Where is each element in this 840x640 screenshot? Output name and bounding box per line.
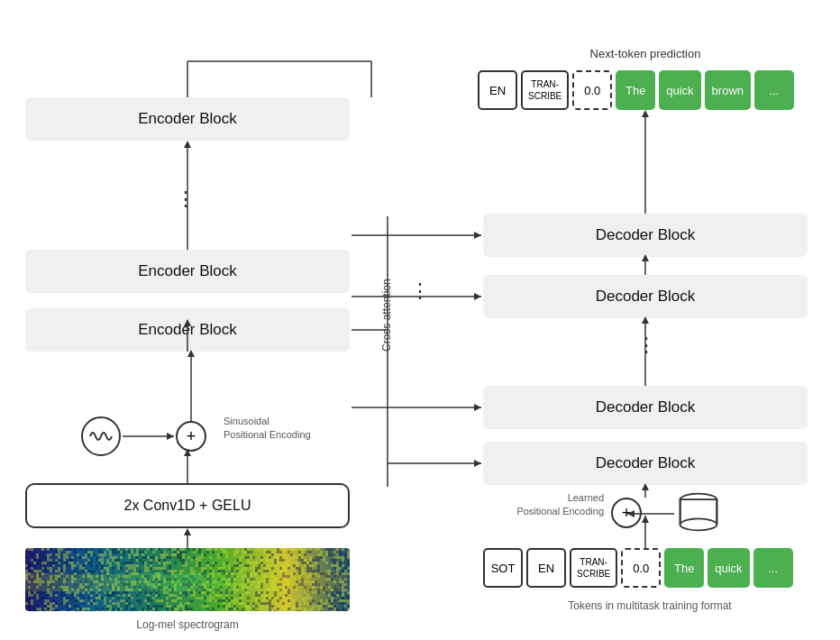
decoder-block-2: Decoder Block [483, 275, 808, 318]
out-token-transcribe: TRAN-SCRIBE [521, 70, 569, 110]
decoder-block-3: Decoder Block [483, 386, 808, 429]
learned-plus-circle: + [611, 498, 642, 528]
tokens-label: Tokens in multitask training format [483, 599, 817, 612]
out-token-quick: quick [659, 70, 700, 110]
in-token-en: EN [526, 548, 566, 588]
in-token-transcribe: TRAN-SCRIBE [570, 548, 617, 588]
out-token-ellipsis: ... [754, 70, 794, 110]
out-token-the: The [616, 70, 655, 110]
in-token-the: The [664, 548, 704, 588]
decoder-block-1: Decoder Block [483, 214, 808, 257]
conv-block: 2x Conv1D + GELU [25, 483, 350, 528]
decoder-block-2-label: Decoder Block [596, 288, 696, 306]
spectrogram-label: Log-mel spectrogram [25, 618, 350, 631]
input-token-row: SOT EN TRAN-SCRIBE 0.0 The quick ... [483, 548, 793, 588]
encoder-dots: ⋮ [176, 187, 199, 211]
in-token-ellipsis: ... [753, 548, 793, 588]
out-token-00: 0.0 [572, 70, 612, 110]
svg-marker-23 [474, 460, 481, 467]
encoder-block-1-label: Encoder Block [138, 110, 237, 128]
svg-marker-32 [642, 516, 649, 523]
decoder-dots: ⋮ [636, 334, 660, 357]
svg-marker-6 [184, 528, 191, 535]
diagram: Encoder Block Encoder Block Encoder Bloc… [0, 0, 840, 640]
spectrogram-canvas [25, 548, 350, 611]
sinusoidal-icon [81, 416, 121, 456]
out-token-brown: brown [705, 70, 751, 110]
embedding-cylinder [674, 489, 723, 535]
encoder-block-3: Encoder Block [25, 308, 350, 352]
next-token-label: Next-token prediction [483, 47, 808, 60]
in-token-quick: quick [708, 548, 749, 588]
plus-circle: + [176, 421, 206, 452]
positional-encoding-label: SinusoidalPositional Encoding [224, 415, 314, 443]
cross-attention-label: Cross attention [380, 216, 393, 415]
decoder-block-4-label: Decoder Block [596, 454, 696, 472]
in-token-sot: SOT [483, 548, 523, 588]
svg-marker-40 [184, 141, 191, 148]
decoder-block-1-label: Decoder Block [596, 226, 696, 244]
svg-marker-36 [642, 110, 649, 117]
encoder-block-3-label: Encoder Block [138, 321, 237, 339]
svg-marker-10 [167, 433, 174, 440]
encoder-block-2: Encoder Block [25, 250, 350, 293]
svg-marker-21 [474, 404, 481, 411]
in-token-00: 0.0 [621, 548, 661, 588]
svg-point-4 [680, 518, 717, 530]
decoder-block-3-label: Decoder Block [596, 398, 696, 416]
cross-attn-dots: ⋮ [410, 279, 434, 303]
output-token-row: EN TRAN-SCRIBE 0.0 The quick brown ... [478, 70, 794, 110]
svg-marker-17 [474, 232, 481, 239]
decoder-block-4: Decoder Block [483, 442, 808, 485]
encoder-block-1: Encoder Block [25, 97, 350, 141]
learned-positional-label: LearnedPositional Encoding [505, 491, 604, 519]
spectrogram [25, 548, 350, 611]
encoder-block-2-label: Encoder Block [138, 262, 237, 280]
conv-label: 2x Conv1D + GELU [124, 498, 251, 514]
out-token-en: EN [478, 70, 517, 110]
svg-marker-19 [474, 293, 481, 300]
